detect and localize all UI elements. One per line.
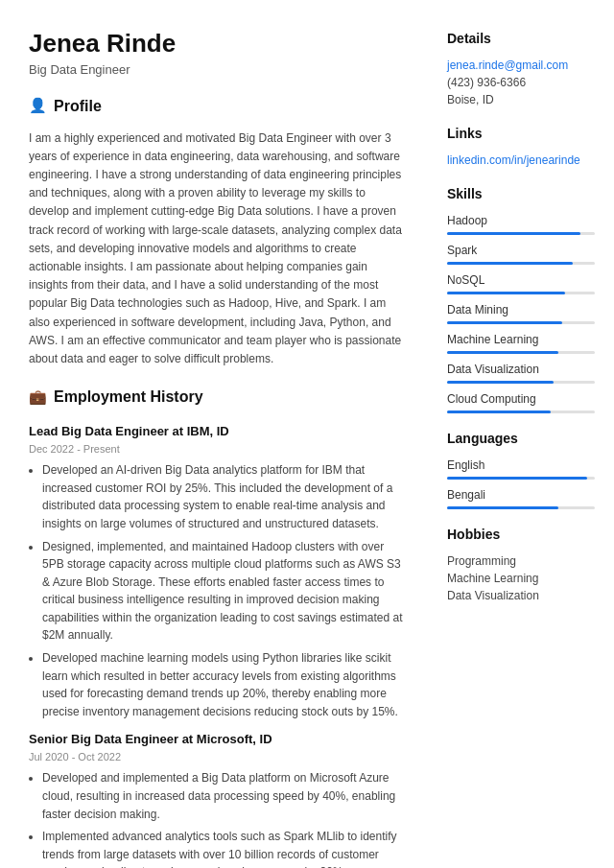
skill-name: Data Visualization <box>447 361 595 378</box>
hobby-item: Data Visualization <box>447 587 595 604</box>
language-item: Bengali <box>447 486 595 509</box>
skill-item: Data Visualization <box>447 361 595 384</box>
language-bar-bg <box>447 477 595 480</box>
skill-name: Cloud Computing <box>447 390 595 408</box>
profile-icon: 👤 <box>29 95 47 117</box>
link-linkedin[interactable]: linkedin.com/in/jenearinde <box>447 152 595 169</box>
skill-item: Machine Learning <box>447 331 595 354</box>
skill-bar-fill <box>447 262 573 265</box>
language-name: English <box>447 457 595 474</box>
profile-section: 👤 Profile I am a highly experienced and … <box>29 95 409 368</box>
skill-bar-fill <box>447 381 554 384</box>
skill-item: Spark <box>447 242 595 265</box>
skill-name: Spark <box>447 242 595 259</box>
employment-icon: 💼 <box>29 387 47 409</box>
skill-name: Machine Learning <box>447 331 595 348</box>
languages-heading: Languages <box>447 429 595 449</box>
skill-item: Data Mining <box>447 301 595 324</box>
candidate-name: Jenea Rinde <box>29 29 409 59</box>
job-1-bullet-1: Developed an AI-driven Big Data analytic… <box>42 461 409 532</box>
job-2-bullet-2: Implemented advanced analytics tools suc… <box>42 828 409 868</box>
hobby-item: Programming <box>447 552 595 570</box>
details-section: Details jenea.rinde@gmail.com (423) 936-… <box>447 29 595 108</box>
links-section: Links linkedin.com/in/jenearinde <box>447 124 595 169</box>
language-bar-bg <box>447 506 595 509</box>
skill-bar-bg <box>447 381 595 384</box>
candidate-title: Big Data Engineer <box>29 60 409 80</box>
profile-heading: 👤 Profile <box>29 95 409 122</box>
language-name: Bengali <box>447 486 595 504</box>
skill-item: Cloud Computing <box>447 390 595 413</box>
profile-text: I am a highly experienced and motivated … <box>29 129 409 368</box>
skill-bar-bg <box>447 411 595 413</box>
skill-bar-fill <box>447 292 565 294</box>
detail-phone: (423) 936-6366 <box>447 74 595 91</box>
skill-item: NoSQL <box>447 271 595 294</box>
job-1-title: Lead Big Data Engineer at IBM, ID <box>29 422 409 441</box>
job-2-bullets: Developed and implemented a Big Data pla… <box>29 769 409 868</box>
skill-item: Hadoop <box>447 212 595 235</box>
skill-bar-bg <box>447 232 595 235</box>
resume-header: Jenea Rinde Big Data Engineer <box>29 29 409 80</box>
skill-bar-fill <box>447 351 558 354</box>
job-2-bullet-1: Developed and implemented a Big Data pla… <box>42 769 409 823</box>
hobby-item: Machine Learning <box>447 570 595 587</box>
hobbies-section: Hobbies ProgrammingMachine LearningData … <box>447 525 595 604</box>
detail-email: jenea.rinde@gmail.com <box>447 57 595 74</box>
links-heading: Links <box>447 124 595 144</box>
job-2: Senior Big Data Engineer at Microsoft, I… <box>29 730 409 868</box>
hobbies-heading: Hobbies <box>447 525 595 545</box>
employment-section: 💼 Employment History Lead Big Data Engin… <box>29 386 409 868</box>
employment-heading: 💼 Employment History <box>29 386 409 412</box>
detail-location: Boise, ID <box>447 91 595 108</box>
job-1: Lead Big Data Engineer at IBM, ID Dec 20… <box>29 422 409 720</box>
job-2-title: Senior Big Data Engineer at Microsoft, I… <box>29 730 409 749</box>
skills-section: Skills Hadoop Spark NoSQL Data Mining Ma… <box>447 184 595 413</box>
skill-bar-fill <box>447 411 551 413</box>
skill-bar-bg <box>447 292 595 294</box>
skill-bar-bg <box>447 262 595 265</box>
skill-bar-bg <box>447 321 595 324</box>
skill-bar-fill <box>447 321 562 324</box>
skill-bar-bg <box>447 351 595 354</box>
skills-heading: Skills <box>447 184 595 204</box>
skill-name: Data Mining <box>447 301 595 318</box>
job-1-bullet-3: Developed machine learning models using … <box>42 649 409 720</box>
job-1-bullet-2: Designed, implemented, and maintained Ha… <box>42 538 409 645</box>
job-1-bullets: Developed an AI-driven Big Data analytic… <box>29 461 409 720</box>
language-bar-fill <box>447 477 587 480</box>
skill-name: NoSQL <box>447 271 595 289</box>
job-1-dates: Dec 2022 - Present <box>29 441 409 457</box>
languages-section: Languages English Bengali <box>447 429 595 509</box>
language-item: English <box>447 457 595 480</box>
details-heading: Details <box>447 29 595 49</box>
skill-bar-fill <box>447 232 580 235</box>
language-bar-fill <box>447 506 558 509</box>
skill-name: Hadoop <box>447 212 595 229</box>
job-2-dates: Jul 2020 - Oct 2022 <box>29 749 409 765</box>
